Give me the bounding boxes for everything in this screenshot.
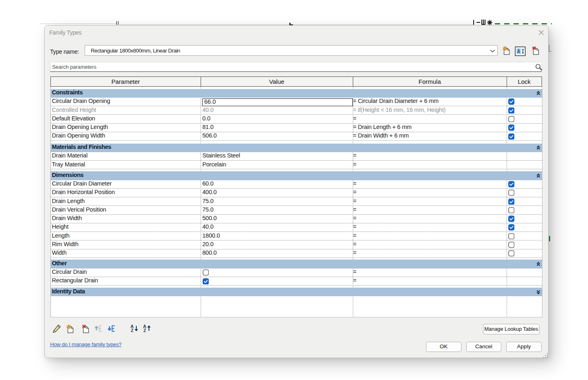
svg-text:Z: Z [131,328,133,332]
svg-text:Z: Z [143,328,146,332]
